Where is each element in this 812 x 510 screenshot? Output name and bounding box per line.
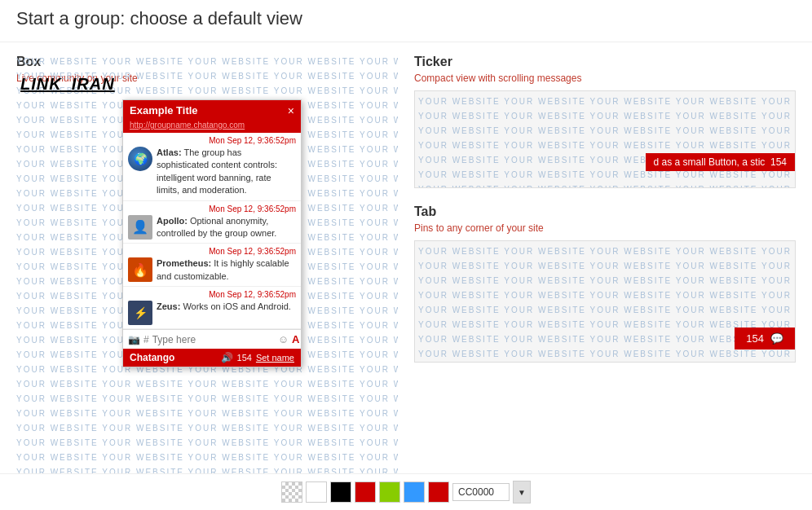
message-text: Zeus: Works on iOS and Android.: [157, 301, 296, 313]
swatch-checkered[interactable]: [281, 481, 302, 503]
message-text: Atlas: The group has sophisticated conte…: [157, 147, 296, 197]
swatch-green[interactable]: [379, 481, 400, 503]
camera-icon: 📷: [128, 334, 140, 345]
chat-icon: 💬: [770, 332, 783, 345]
tab-section: Tab Pins to any corner of your site YOUR…: [414, 204, 796, 363]
swatch-blue[interactable]: [404, 481, 425, 503]
tab-title: Tab: [414, 204, 796, 219]
message-time: Mon Sep 12, 9:36:52pm: [128, 136, 296, 145]
message-text: Apollo: Optional anonymity, controlled b…: [157, 215, 296, 240]
chat-input-area: 📷 # ☺ A: [123, 329, 301, 349]
ticker-bar: d as a small Button, a stic 154: [646, 153, 795, 171]
chat-widget: Example Title × http://groupname.chatang…: [122, 99, 302, 367]
avatar: 👤: [128, 215, 152, 240]
avatar: ⚡: [128, 301, 152, 325]
avatar: 🔥: [128, 257, 152, 282]
swatch-white[interactable]: [306, 481, 327, 503]
avatar: 🌍: [128, 147, 152, 171]
ticker-subtitle: Compact view with scrolling messages: [414, 73, 796, 84]
chat-messages: Mon Sep 12, 9:36:52pm 🌍 Atlas: The group…: [123, 133, 301, 329]
chat-input[interactable]: [152, 334, 275, 345]
color-input[interactable]: [452, 483, 510, 501]
footer-count: 154: [237, 353, 252, 363]
chat-footer: Chatango 🔊 154 Set name: [123, 349, 301, 367]
chat-message: Mon Sep 12, 9:36:52pm ⚡ Zeus: Works on i…: [123, 287, 301, 329]
color-dropdown-button[interactable]: ▼: [513, 481, 531, 503]
close-icon[interactable]: ×: [288, 105, 294, 117]
page-title: Start a group: choose a default view: [0, 0, 812, 42]
tab-button[interactable]: 154 💬: [735, 328, 795, 350]
ticker-title: Ticker: [414, 55, 796, 69]
tab-subtitle: Pins to any corner of your site: [414, 222, 796, 234]
message-time: Mon Sep 12, 9:36:52pm: [128, 290, 296, 299]
color-palette: ▼: [0, 473, 812, 510]
message-time: Mon Sep 12, 9:36:52pm: [128, 247, 296, 256]
ticker-bg: YOUR WEBSITE YOUR WEBSITE YOUR WEBSITE Y…: [414, 90, 796, 188]
tab-count: 154: [746, 332, 764, 345]
message-time: Mon Sep 12, 9:36:52pm: [128, 204, 296, 213]
chat-widget-title: Example Title: [130, 104, 198, 117]
swatch-black[interactable]: [330, 481, 351, 503]
chevron-down-icon: ▼: [518, 488, 526, 497]
format-icon[interactable]: A: [292, 333, 299, 345]
swatch-red2[interactable]: [428, 481, 449, 503]
link-iran-logo: LINK_IRAN: [20, 75, 115, 94]
emoji-icon[interactable]: ☺: [278, 333, 289, 345]
swatch-red[interactable]: [355, 481, 376, 503]
chat-widget-url: http://groupname.chatango.com: [123, 121, 301, 133]
tab-bg: YOUR WEBSITE YOUR WEBSITE YOUR WEBSITE Y…: [414, 240, 796, 363]
message-text: Prometheus: It is highly scalable and cu…: [157, 257, 296, 283]
chat-widget-header: Example Title ×: [123, 100, 301, 121]
hash-icon: #: [143, 334, 149, 345]
chatango-logo: Chatango: [130, 352, 174, 363]
volume-icon[interactable]: 🔊: [221, 352, 233, 363]
chat-message: Mon Sep 12, 9:36:52pm 🔥 Prometheus: It i…: [123, 244, 301, 287]
set-name-link[interactable]: Set name: [256, 353, 294, 363]
chat-message: Mon Sep 12, 9:36:52pm 🌍 Atlas: The group…: [123, 133, 301, 201]
ticker-section: Ticker Compact view with scrolling messa…: [414, 55, 796, 188]
chat-message: Mon Sep 12, 9:36:52pm 👤 Apollo: Optional…: [123, 201, 301, 244]
